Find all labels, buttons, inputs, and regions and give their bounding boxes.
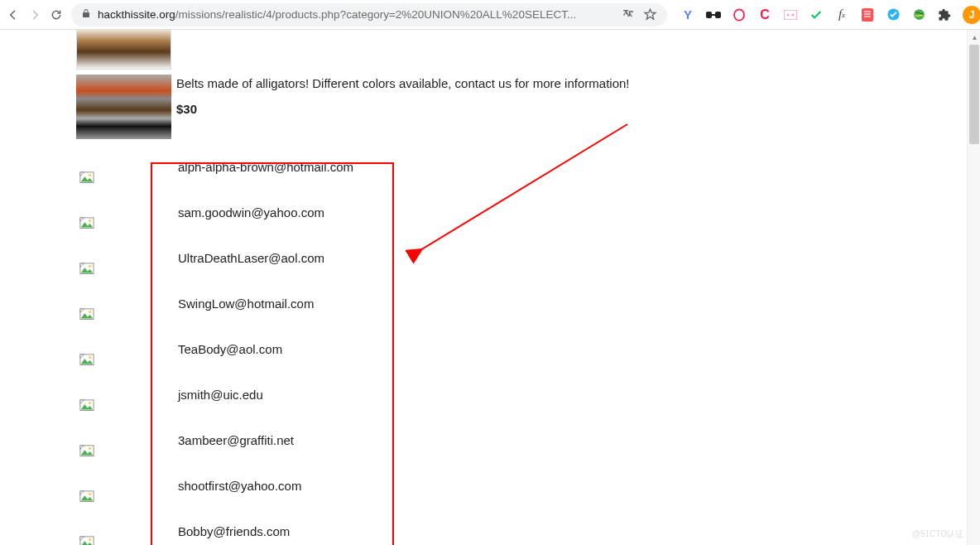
broken-image-icon (76, 417, 171, 463)
browser-toolbar: hackthissite.org/missions/realistic/4/pr… (0, 0, 980, 30)
svg-marker-24 (80, 263, 84, 268)
page-viewport: $70 Belts made of alligators! Different … (0, 30, 980, 545)
email-text: UltraDeathLaser@aol.com (171, 251, 324, 265)
address-bar[interactable]: hackthissite.org/missions/realistic/4/pr… (71, 3, 667, 27)
ext-goggles-icon[interactable] (706, 7, 721, 22)
page-content: $70 Belts made of alligators! Different … (0, 30, 980, 545)
email-text: alph-alpha-brown@hotmail.com (171, 160, 353, 174)
extensions-row: Y C fx J ⋮ (680, 6, 980, 24)
svg-marker-34 (81, 404, 93, 409)
broken-image-icon (76, 144, 171, 190)
ext-fx-icon[interactable]: fx (834, 7, 849, 22)
email-text: Bobby@friends.com (171, 524, 290, 538)
email-text: shootfirst@yahoo.com (171, 479, 301, 493)
svg-marker-20 (80, 218, 84, 222)
svg-marker-36 (80, 400, 84, 404)
back-button[interactable] (7, 7, 20, 23)
svg-rect-1 (715, 12, 721, 18)
product-row: $70 (76, 30, 980, 70)
email-row: SwingLow@hotmail.com (76, 281, 980, 326)
product-price: $30 (176, 102, 629, 116)
svg-marker-42 (81, 495, 93, 500)
broken-image-icon (76, 235, 171, 281)
svg-point-12 (914, 9, 925, 20)
email-text: sam.goodwin@yahoo.com (171, 205, 324, 219)
email-row: shootfirst@yahoo.com (76, 463, 980, 509)
email-text: SwingLow@hotmail.com (171, 297, 314, 311)
svg-point-3 (734, 9, 744, 20)
email-row: TeaBody@aol.com (76, 326, 980, 372)
svg-rect-4 (784, 10, 797, 20)
watermark: @51CTO认证 (912, 528, 963, 540)
svg-point-27 (89, 311, 92, 314)
svg-point-6 (792, 13, 795, 16)
forward-button[interactable] (28, 7, 41, 23)
ext-globe-icon[interactable] (911, 7, 926, 22)
svg-marker-48 (80, 537, 84, 541)
vertical-scrollbar[interactable]: ▴ (967, 30, 980, 545)
email-text: TeaBody@aol.com (171, 342, 282, 356)
broken-image-icon (76, 190, 171, 235)
svg-marker-16 (80, 172, 84, 176)
broken-image-icon (76, 281, 171, 326)
extensions-puzzle-icon[interactable] (937, 7, 952, 22)
svg-marker-14 (81, 176, 93, 181)
ext-note-icon[interactable] (860, 7, 875, 22)
product-desc: Belts made of alligators! Different colo… (176, 76, 629, 90)
svg-point-39 (89, 447, 92, 451)
svg-marker-32 (80, 354, 84, 359)
ext-pink-icon[interactable] (783, 7, 798, 22)
svg-marker-38 (81, 450, 93, 455)
svg-marker-18 (81, 222, 93, 227)
svg-marker-26 (81, 313, 93, 318)
reload-button[interactable] (50, 7, 63, 23)
scroll-thumb[interactable] (969, 45, 979, 144)
svg-marker-22 (81, 268, 93, 272)
svg-marker-28 (80, 309, 84, 313)
broken-image-icon (76, 463, 171, 509)
svg-rect-0 (706, 12, 712, 18)
svg-point-31 (89, 356, 92, 359)
svg-point-15 (89, 174, 92, 177)
product-row: Belts made of alligators! Different colo… (76, 75, 980, 139)
svg-rect-7 (862, 8, 873, 22)
svg-point-19 (89, 219, 92, 223)
profile-avatar[interactable]: J (963, 6, 980, 24)
translate-icon[interactable] (621, 7, 636, 22)
svg-point-35 (89, 402, 92, 405)
product-image (76, 75, 171, 139)
scroll-up-icon[interactable]: ▴ (968, 30, 980, 43)
svg-marker-44 (80, 491, 84, 495)
ext-c-icon[interactable]: C (757, 7, 772, 22)
ext-y-icon[interactable]: Y (680, 7, 695, 22)
ext-opera-icon[interactable] (732, 7, 747, 22)
email-row: alph-alpha-brown@hotmail.com (76, 144, 980, 190)
svg-point-5 (787, 13, 790, 16)
broken-image-icon (76, 326, 171, 372)
product-image (76, 30, 171, 70)
bookmark-star-icon[interactable] (642, 7, 657, 22)
ext-circle-check-icon[interactable] (886, 7, 901, 22)
email-list: alph-alpha-brown@hotmail.comsam.goodwin@… (76, 144, 980, 545)
product-text: Belts made of alligators! Different colo… (176, 75, 629, 116)
lock-icon (81, 8, 91, 21)
email-row: Bobby@friends.com (76, 509, 980, 545)
email-row: UltraDeathLaser@aol.com (76, 235, 980, 281)
email-row: jsmith@uic.edu (76, 372, 980, 417)
svg-point-23 (89, 265, 92, 268)
url-text: hackthissite.org/missions/realistic/4/pr… (98, 8, 614, 21)
email-row: sam.goodwin@yahoo.com (76, 190, 980, 235)
svg-marker-46 (81, 541, 93, 545)
email-row: 3ambeer@graffiti.net (76, 417, 980, 463)
ext-check-icon[interactable] (809, 7, 824, 22)
broken-image-icon (76, 509, 171, 545)
svg-point-47 (89, 538, 92, 542)
email-text: 3ambeer@graffiti.net (171, 433, 294, 447)
email-text: jsmith@uic.edu (171, 388, 263, 402)
broken-image-icon (76, 372, 171, 417)
svg-point-43 (89, 493, 92, 496)
svg-marker-30 (81, 359, 93, 364)
svg-rect-2 (712, 14, 715, 16)
svg-marker-40 (80, 446, 84, 450)
